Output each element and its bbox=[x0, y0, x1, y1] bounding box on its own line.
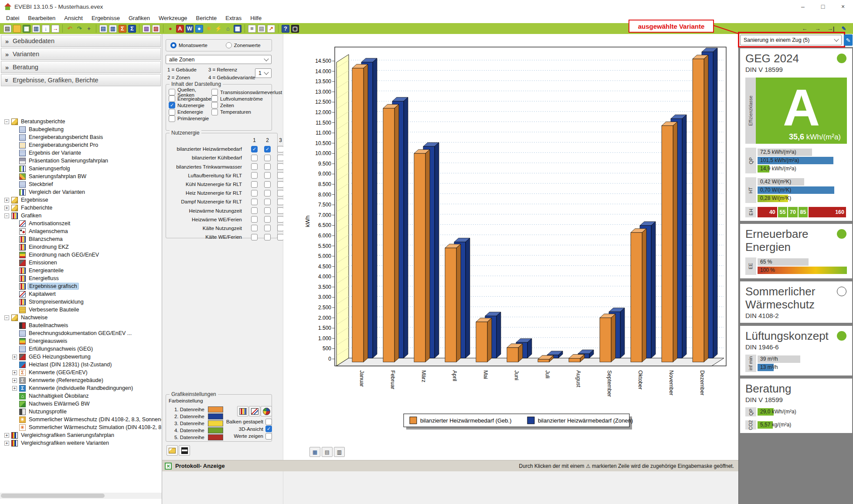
calculation-report-icon[interactable]: ▥ bbox=[109, 25, 117, 33]
edit-chart-icon[interactable]: ✎ bbox=[838, 25, 850, 33]
tree-item[interactable]: Einordnung EKZ bbox=[0, 243, 161, 251]
emissions-icon[interactable]: ● bbox=[167, 25, 174, 33]
word-export-icon[interactable]: W bbox=[186, 25, 194, 33]
checkbox[interactable] bbox=[264, 155, 271, 161]
save-settings-button[interactable] bbox=[179, 445, 190, 456]
print-chart-button[interactable]: ▥ bbox=[334, 447, 345, 457]
checkbox[interactable] bbox=[265, 419, 272, 425]
tree-item[interactable]: +ΣKennwerte (GEG/EnEV) bbox=[0, 369, 161, 376]
checkbox[interactable] bbox=[277, 225, 284, 231]
checkbox[interactable] bbox=[251, 216, 258, 223]
checkbox[interactable] bbox=[251, 172, 258, 179]
tree-item[interactable]: Emissionen bbox=[0, 259, 161, 267]
menu-item-datei[interactable]: Datei bbox=[2, 13, 24, 23]
copy-chart-button[interactable]: ▤ bbox=[322, 447, 333, 457]
sum-variants-icon[interactable]: Σ bbox=[119, 25, 126, 33]
expand-expander-icon[interactable]: + bbox=[4, 433, 9, 438]
tree-item[interactable]: Sanierungserfolg bbox=[0, 165, 161, 173]
sidebar-section-ergebnisse-grafiken-berichte[interactable]: »Ergebnisse, Grafiken, Berichte bbox=[1, 74, 161, 86]
building-icon[interactable]: ⌂ bbox=[224, 25, 232, 33]
tree-item[interactable]: Heizlast (DIN 12831) (Ist-Zustand) bbox=[0, 361, 161, 369]
checkbox[interactable] bbox=[251, 225, 258, 231]
checkbox[interactable] bbox=[265, 433, 272, 440]
tree-item[interactable]: Energieausweis bbox=[0, 337, 161, 345]
report-document-icon[interactable]: ▤ bbox=[99, 25, 107, 33]
checkbox[interactable] bbox=[277, 190, 284, 196]
sidebar-section-gebäudedaten[interactable]: »Gebäudedaten bbox=[1, 35, 161, 47]
export-icon[interactable]: → bbox=[51, 25, 59, 33]
tree-item[interactable]: Baubegleitung bbox=[0, 125, 161, 133]
tree-item[interactable]: Anlagenschema bbox=[0, 227, 161, 235]
tree-item[interactable]: +Fachberichte bbox=[0, 204, 161, 212]
tree-item[interactable]: Bauteilnachweis bbox=[0, 321, 161, 329]
collapse-expander-icon[interactable]: − bbox=[4, 119, 9, 124]
expand-expander-icon[interactable]: + bbox=[4, 441, 9, 446]
tree-item[interactable]: Berechnungsdokumentation GEG/EnEV ... bbox=[0, 329, 161, 337]
tree-item[interactable]: +ΣKennwerte (individuelle Randbedingunge… bbox=[0, 384, 161, 392]
checkbox[interactable] bbox=[277, 216, 284, 223]
variant-dropdown[interactable]: Sanierung in einem Zug (5) bbox=[740, 35, 842, 45]
tree-item[interactable]: Ergebnis der Variante bbox=[0, 149, 161, 157]
redo-icon[interactable]: ↷ bbox=[75, 25, 83, 33]
notes-icon[interactable]: ▤ bbox=[258, 25, 265, 33]
menu-item-bearbeiten[interactable]: Bearbeiten bbox=[24, 13, 60, 23]
expand-expander-icon[interactable]: + bbox=[4, 206, 9, 210]
tree-item[interactable]: Kapitalwert bbox=[0, 290, 161, 298]
expand-expander-icon[interactable]: + bbox=[12, 370, 17, 375]
checkbox[interactable] bbox=[264, 172, 271, 179]
solar-icon[interactable]: ☀ bbox=[205, 25, 213, 33]
tree-item[interactable]: Nachweis EWärmeG BW bbox=[0, 400, 161, 408]
tree-item[interactable]: Energieberatungsbericht Pro bbox=[0, 141, 161, 149]
menu-item-ansicht[interactable]: Ansicht bbox=[60, 13, 87, 23]
checkbox[interactable]: ✓ bbox=[169, 102, 175, 108]
checkbox[interactable] bbox=[277, 234, 284, 240]
collapse-expander-icon[interactable]: − bbox=[4, 213, 9, 218]
energy-label-icon[interactable]: ▦ bbox=[234, 25, 241, 33]
monitor-icon[interactable]: ▢ bbox=[291, 25, 299, 33]
tree-item[interactable]: +GEG Heizungsbewertung bbox=[0, 353, 161, 361]
protocol-icon[interactable]: ≡ bbox=[248, 25, 256, 33]
checkbox[interactable] bbox=[251, 190, 258, 196]
checkbox[interactable] bbox=[277, 146, 284, 152]
checkbox[interactable] bbox=[264, 163, 271, 170]
menu-item-hilfe[interactable]: Hilfe bbox=[246, 13, 266, 23]
checkbox[interactable] bbox=[251, 199, 258, 205]
checkbox[interactable] bbox=[277, 172, 284, 179]
tree-item[interactable]: ☀Sommerlicher Wärmeschutz (DIN 4108-2, 8… bbox=[0, 416, 161, 423]
tree-item[interactable]: Verbesserte Bauteile bbox=[0, 306, 161, 314]
bar-chart-type-button[interactable] bbox=[237, 406, 248, 416]
expand-expander-icon[interactable]: + bbox=[12, 378, 17, 383]
checkbox[interactable] bbox=[211, 102, 218, 108]
list-icon[interactable]: ▨ bbox=[152, 25, 160, 33]
checkbox[interactable] bbox=[264, 181, 271, 188]
checkbox[interactable] bbox=[211, 95, 218, 102]
tree-item[interactable]: Strompreisentwicklung bbox=[0, 298, 161, 306]
tree-item[interactable]: −Beratungsberichte bbox=[0, 118, 161, 125]
tree-item[interactable]: +ΣKennwerte (Referenzgebäude) bbox=[0, 376, 161, 384]
edit-variant-button[interactable]: ✎ bbox=[844, 34, 853, 46]
maximize-button[interactable]: □ bbox=[813, 0, 833, 13]
menu-item-ergebnisse[interactable]: Ergebnisse bbox=[87, 13, 124, 23]
pie-chart-type-button[interactable] bbox=[261, 406, 272, 416]
heating-icon[interactable]: ⚡ bbox=[214, 25, 222, 33]
tree-item[interactable]: Energieberatungsbericht Basis bbox=[0, 133, 161, 141]
expand-expander-icon[interactable]: + bbox=[4, 198, 9, 203]
tree-item[interactable]: Vergleich der Varianten bbox=[0, 188, 161, 196]
checkbox[interactable] bbox=[264, 190, 271, 196]
save-chart-button[interactable]: ▦ bbox=[309, 447, 320, 457]
menu-item-extras[interactable]: Extras bbox=[221, 13, 246, 23]
tree-item[interactable]: ⌂Nachhaltigkeit Ökobilanz bbox=[0, 392, 161, 400]
curve-icon[interactable]: ↗ bbox=[267, 25, 275, 33]
checkbox[interactable] bbox=[264, 207, 271, 214]
new-document-icon[interactable]: ▤ bbox=[3, 25, 11, 33]
checkbox[interactable] bbox=[264, 225, 271, 231]
checkbox[interactable] bbox=[211, 89, 218, 95]
checkbox[interactable] bbox=[264, 216, 271, 223]
tree-item[interactable]: Ergebnisse grafisch bbox=[0, 282, 161, 290]
checkbox[interactable] bbox=[277, 181, 284, 188]
import-icon[interactable]: ↓ bbox=[42, 25, 50, 33]
pdf-export-icon[interactable]: A bbox=[176, 25, 184, 33]
jump-to-icon[interactable]: →| bbox=[825, 25, 836, 33]
series-color-swatch[interactable] bbox=[208, 406, 223, 413]
scrollbar-thumb[interactable] bbox=[1, 494, 105, 498]
